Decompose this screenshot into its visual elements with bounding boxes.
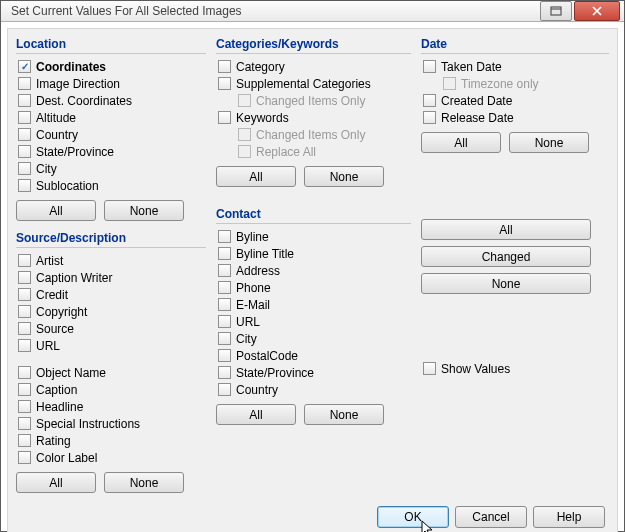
checkbox-icon (218, 349, 231, 362)
chk-contact-state-province[interactable]: State/Province (216, 364, 411, 381)
chk-label: Color Label (36, 451, 97, 465)
chk-label: URL (236, 315, 260, 329)
chk-label: URL (36, 339, 60, 353)
chk-label: E-Mail (236, 298, 270, 312)
chk-state-province[interactable]: State/Province (16, 143, 206, 160)
chk-kw-changed-only: Changed Items Only (216, 126, 411, 143)
global-all-button[interactable]: All (421, 219, 591, 240)
chk-label: City (236, 332, 257, 346)
chk-category[interactable]: Category (216, 58, 411, 75)
chk-label: Phone (236, 281, 271, 295)
chk-label: Country (36, 128, 78, 142)
chk-show-values[interactable]: Show Values (421, 360, 609, 377)
date-none-button[interactable]: None (509, 132, 589, 153)
chk-credit[interactable]: Credit (16, 286, 206, 303)
chk-country[interactable]: Country (16, 126, 206, 143)
location-all-button[interactable]: All (16, 200, 96, 221)
chk-label: Copyright (36, 305, 87, 319)
source-all-button[interactable]: All (16, 472, 96, 493)
chk-rating[interactable]: Rating (16, 432, 206, 449)
chk-label: Supplemental Categories (236, 77, 371, 91)
categories-all-button[interactable]: All (216, 166, 296, 187)
checkbox-icon (238, 94, 251, 107)
dialog-window: Set Current Values For All Selected Imag… (0, 0, 625, 532)
checkbox-icon (218, 298, 231, 311)
chk-kw-replace-all: Replace All (216, 143, 411, 160)
chk-label: Headline (36, 400, 83, 414)
titlebar-misc-button[interactable] (540, 1, 572, 21)
chk-release-date[interactable]: Release Date (421, 109, 609, 126)
chk-caption[interactable]: Caption (16, 381, 206, 398)
contact-all-button[interactable]: All (216, 404, 296, 425)
chk-label: Caption Writer (36, 271, 112, 285)
chk-object-name[interactable]: Object Name (16, 364, 206, 381)
chk-sublocation[interactable]: Sublocation (16, 177, 206, 194)
chk-taken-date[interactable]: Taken Date (421, 58, 609, 75)
chk-created-date[interactable]: Created Date (421, 92, 609, 109)
chk-color-label[interactable]: Color Label (16, 449, 206, 466)
chk-contact-url[interactable]: URL (216, 313, 411, 330)
global-changed-button[interactable]: Changed (421, 246, 591, 267)
chk-altitude[interactable]: Altitude (16, 109, 206, 126)
contact-none-button[interactable]: None (304, 404, 384, 425)
chk-label: Address (236, 264, 280, 278)
checkbox-icon (423, 60, 436, 73)
chk-source[interactable]: Source (16, 320, 206, 337)
chk-copyright[interactable]: Copyright (16, 303, 206, 320)
checkbox-icon (18, 366, 31, 379)
checkbox-icon (443, 77, 456, 90)
checkbox-icon (18, 400, 31, 413)
categories-none-button[interactable]: None (304, 166, 384, 187)
checkbox-icon (423, 362, 436, 375)
chk-label: Dest. Coordinates (36, 94, 132, 108)
chk-headline[interactable]: Headline (16, 398, 206, 415)
chk-city[interactable]: City (16, 160, 206, 177)
chk-phone[interactable]: Phone (216, 279, 411, 296)
source-none-button[interactable]: None (104, 472, 184, 493)
chk-contact-country[interactable]: Country (216, 381, 411, 398)
chk-coordinates[interactable]: Coordinates (16, 58, 206, 75)
chk-email[interactable]: E-Mail (216, 296, 411, 313)
checkbox-icon (218, 230, 231, 243)
cancel-button[interactable]: Cancel (455, 506, 527, 528)
location-none-button[interactable]: None (104, 200, 184, 221)
group-title-contact: Contact (216, 203, 411, 224)
chk-dest-coordinates[interactable]: Dest. Coordinates (16, 92, 206, 109)
dialog-footer: OK Cancel Help (8, 499, 617, 532)
chk-special-instructions[interactable]: Special Instructions (16, 415, 206, 432)
chk-artist[interactable]: Artist (16, 252, 206, 269)
chk-caption-writer[interactable]: Caption Writer (16, 269, 206, 286)
chk-address[interactable]: Address (216, 262, 411, 279)
chk-supplemental-categories[interactable]: Supplemental Categories (216, 75, 411, 92)
chk-label: State/Province (36, 145, 114, 159)
date-all-button[interactable]: All (421, 132, 501, 153)
chk-byline-title[interactable]: Byline Title (216, 245, 411, 262)
chk-label: Category (236, 60, 285, 74)
column-right: Date Taken Date Timezone only Created Da… (421, 33, 609, 499)
chk-keywords[interactable]: Keywords (216, 109, 411, 126)
checkbox-icon (18, 271, 31, 284)
chk-image-direction[interactable]: Image Direction (16, 75, 206, 92)
checkbox-icon (18, 179, 31, 192)
help-button[interactable]: Help (533, 506, 605, 528)
checkbox-icon (218, 281, 231, 294)
chk-label: Release Date (441, 111, 514, 125)
global-none-button[interactable]: None (421, 273, 591, 294)
chk-url[interactable]: URL (16, 337, 206, 354)
checkbox-icon (18, 254, 31, 267)
checkbox-icon (218, 383, 231, 396)
chk-postalcode[interactable]: PostalCode (216, 347, 411, 364)
chk-timezone-only: Timezone only (421, 75, 609, 92)
chk-label: Caption (36, 383, 77, 397)
checkbox-icon (423, 94, 436, 107)
checkbox-icon (18, 162, 31, 175)
chk-contact-city[interactable]: City (216, 330, 411, 347)
chk-byline[interactable]: Byline (216, 228, 411, 245)
ok-button[interactable]: OK (377, 506, 449, 528)
column-middle: Categories/Keywords Category Supplementa… (216, 33, 411, 499)
close-button[interactable] (574, 1, 620, 21)
checkbox-icon (18, 322, 31, 335)
chk-label: Byline (236, 230, 269, 244)
chk-label: City (36, 162, 57, 176)
chk-label: Sublocation (36, 179, 99, 193)
